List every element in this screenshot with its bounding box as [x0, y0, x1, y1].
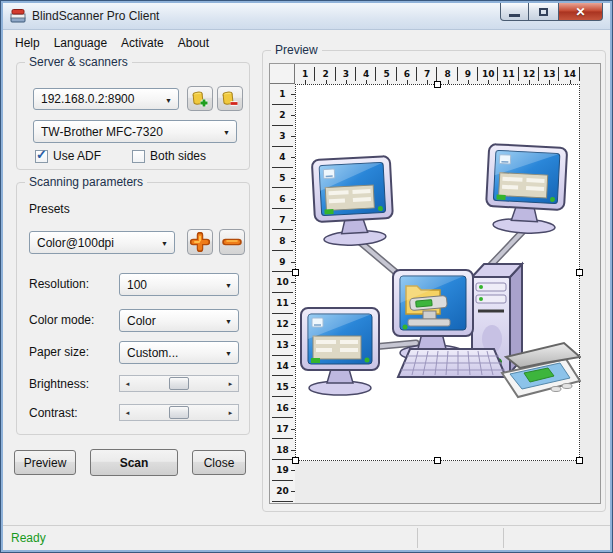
server-combo-value: 192.168.0.2:8900 [41, 92, 134, 106]
check-icon: ✓ [36, 147, 47, 162]
menu-help[interactable]: Help [8, 34, 47, 52]
window-title: BlindScanner Pro Client [32, 9, 159, 23]
contrast-thumb[interactable] [169, 406, 189, 419]
selection-handle-bottom-right[interactable] [576, 457, 583, 464]
status-bar: Ready [3, 525, 610, 550]
app-icon [10, 8, 26, 24]
v-ruler-cell: 6 [270, 188, 295, 209]
slider-left-arrow-icon[interactable]: ◄ [120, 405, 135, 420]
statusbar-separator [417, 528, 418, 548]
v-ruler-cell: 5 [270, 168, 295, 189]
scanner-combo-value: TW-Brother MFC-7320 [41, 125, 163, 139]
h-ruler-cell: 1 [295, 64, 315, 84]
resolution-combo[interactable]: 100 ▼ [119, 273, 239, 296]
selection-handle-top[interactable] [434, 81, 441, 88]
statusbar-separator [503, 528, 504, 548]
close-dialog-button[interactable]: Close [192, 450, 246, 475]
color-mode-label: Color mode: [29, 313, 94, 327]
menu-about[interactable]: About [171, 34, 216, 52]
color-mode-combo[interactable]: Color ▼ [119, 309, 239, 332]
v-ruler-cell: 2 [270, 105, 295, 126]
contrast-label: Contrast: [29, 406, 78, 420]
v-ruler-cell: 20 [270, 481, 295, 502]
both-sides-label: Both sides [150, 149, 206, 163]
contrast-track[interactable] [135, 405, 223, 420]
preview-canvas: 1234567891011121314 12345678910111213141… [269, 63, 601, 504]
v-ruler-cell: 16 [270, 397, 295, 418]
both-sides-checkbox[interactable]: ✓ [132, 150, 145, 163]
maximize-button[interactable] [529, 3, 558, 21]
scanner-combo[interactable]: TW-Brother MFC-7320 ▼ [33, 120, 237, 143]
status-text: Ready [11, 531, 46, 545]
preview-group: Preview 1234567891011121314 123456789101… [262, 50, 606, 512]
chevron-down-icon: ▼ [223, 129, 230, 136]
slider-right-arrow-icon[interactable]: ► [223, 405, 238, 420]
resolution-combo-value: 100 [127, 278, 147, 292]
close-button[interactable]: ✕ [558, 3, 603, 21]
chevron-down-icon: ▼ [225, 350, 232, 357]
use-adf-checkbox[interactable]: ✓ [35, 150, 48, 163]
presets-label: Presets [29, 202, 70, 216]
v-ruler-cell: 7 [270, 209, 295, 230]
scanning-parameters-group: Scanning parameters Presets Color@100dpi… [16, 182, 250, 435]
h-ruler-cell: 10 [478, 64, 498, 84]
app-window: BlindScanner Pro Client ✕ Help Language … [0, 0, 613, 553]
color-mode-combo-value: Color [127, 314, 156, 328]
remove-preset-icon [222, 232, 242, 252]
brightness-track[interactable] [135, 376, 223, 391]
use-adf-row: ✓ Use ADF [35, 149, 101, 163]
v-ruler-cell: 3 [270, 126, 295, 147]
selection-handle-left[interactable] [292, 269, 299, 276]
v-ruler-cell: 4 [270, 147, 295, 168]
v-ruler-cell: 17 [270, 418, 295, 439]
add-preset-icon [190, 232, 210, 252]
selection-handle-bottom[interactable] [434, 457, 441, 464]
h-ruler-cell: 13 [539, 64, 559, 84]
use-adf-label: Use ADF [53, 149, 101, 163]
v-ruler-cell: 14 [270, 356, 295, 377]
add-server-button[interactable] [187, 86, 213, 111]
minimize-icon [509, 14, 520, 17]
h-ruler-cell: 2 [315, 64, 335, 84]
remove-server-icon [220, 89, 240, 109]
h-ruler-cell: 11 [498, 64, 518, 84]
brightness-label: Brightness: [29, 377, 89, 391]
brightness-thumb[interactable] [169, 377, 189, 390]
add-preset-button[interactable] [187, 229, 213, 255]
menu-language[interactable]: Language [47, 34, 114, 52]
brightness-slider[interactable]: ◄ ► [119, 375, 239, 392]
remove-server-button[interactable] [217, 86, 243, 111]
minimize-button[interactable] [500, 3, 529, 21]
slider-left-arrow-icon[interactable]: ◄ [120, 376, 135, 391]
preset-combo[interactable]: Color@100dpi ▼ [29, 231, 175, 254]
v-ruler-cell: 13 [270, 335, 295, 356]
v-ruler: 1234567891011121314151617181920 [270, 84, 295, 503]
h-ruler-cell: 5 [376, 64, 396, 84]
scan-group-title: Scanning parameters [25, 175, 147, 189]
h-ruler-cell: 3 [336, 64, 356, 84]
v-ruler-cell: 15 [270, 376, 295, 397]
preview-image [296, 85, 581, 462]
h-ruler-cell: 6 [397, 64, 417, 84]
remove-preset-button[interactable] [219, 229, 245, 255]
maximize-icon [539, 8, 548, 16]
selection-handle-bottom-left[interactable] [292, 457, 299, 464]
scan-selection-area[interactable] [295, 84, 580, 461]
v-ruler-cell: 8 [270, 230, 295, 251]
menu-activate[interactable]: Activate [114, 34, 171, 52]
preview-button[interactable]: Preview [14, 450, 76, 475]
preview-group-title: Preview [271, 43, 322, 57]
resolution-label: Resolution: [29, 277, 89, 291]
v-ruler-cell: 1 [270, 84, 295, 105]
slider-right-arrow-icon[interactable]: ► [223, 376, 238, 391]
chevron-down-icon: ▼ [225, 318, 232, 325]
paper-size-combo[interactable]: Custom... ▼ [119, 341, 239, 364]
chevron-down-icon: ▼ [225, 282, 232, 289]
h-ruler-cell: 4 [356, 64, 376, 84]
selection-handle-right[interactable] [576, 269, 583, 276]
both-sides-row: ✓ Both sides [132, 149, 206, 163]
scan-button[interactable]: Scan [90, 449, 178, 476]
server-combo[interactable]: 192.168.0.2:8900 ▼ [33, 88, 179, 110]
contrast-slider[interactable]: ◄ ► [119, 404, 239, 421]
add-server-icon [190, 89, 210, 109]
